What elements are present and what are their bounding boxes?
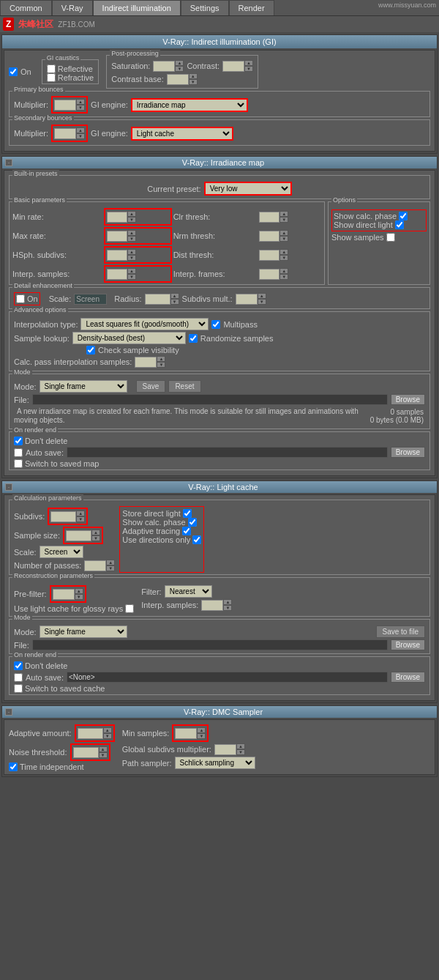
dmc-adaptive-amount-value[interactable]: 0.85 [78,728,103,739]
min-rate-spin[interactable]: ▲▼ [127,211,136,223]
lc-subdivs-spin[interactable]: ▲▼ [76,511,85,522]
randomize-checkbox[interactable] [189,334,198,343]
dmc-aa-spin[interactable]: ▲▼ [103,727,112,739]
dist-up[interactable]: ▲ [279,249,288,255]
dmc-ms-down[interactable]: ▼ [197,733,206,739]
lc-prefilter-value[interactable]: 10 [53,589,75,600]
dmc-path-sampler-dropdown[interactable]: Schlick sampling [175,757,255,769]
lc-adaptive-checkbox[interactable] [182,527,191,535]
saturation-value[interactable]: 1.0 [153,61,175,72]
interp-up[interactable]: ▲ [127,268,136,274]
dmc-noise-up[interactable]: ▲ [99,746,108,752]
calc-pass-up[interactable]: ▲ [157,356,165,362]
lc-collapse-btn[interactable]: - [5,483,12,491]
lc-subdivs-up[interactable]: ▲ [76,511,85,516]
hsph-subdivs-input[interactable]: 25 ▲▼ [104,246,172,264]
nrm-up[interactable]: ▲ [279,230,288,236]
min-rate-input[interactable]: -4 ▲▼ [104,208,172,226]
primary-multiplier-input[interactable]: 1.0 ▲▼ [51,96,88,114]
clr-up[interactable]: ▲ [279,211,288,217]
lc-save-to-file-btn[interactable]: Save to file [376,626,425,638]
irradiance-collapse-btn[interactable]: - [5,159,12,166]
show-samples-checkbox[interactable] [386,233,395,242]
lc-interp-value[interactable]: 10 [201,600,223,611]
calc-pass-spin[interactable]: ▲▼ [157,356,165,368]
nrm-spin[interactable]: ▲▼ [279,230,288,242]
calc-pass-input[interactable]: 15 ▲▼ [135,356,165,368]
lc-prefilter-spin[interactable]: ▲▼ [75,588,83,600]
saturation-down[interactable]: ▼ [175,66,184,72]
radius-input[interactable]: 60.0 ▲▼ [145,293,179,305]
secondary-mult-down[interactable]: ▼ [76,133,85,139]
contrast-base-value[interactable]: 0.5 [167,74,189,85]
irr-auto-save-input[interactable] [67,447,388,458]
interp-spin[interactable]: ▲▼ [127,268,136,280]
interp-frames-down[interactable]: ▼ [279,274,288,280]
max-rate-value[interactable]: -3 [107,231,127,242]
scale-value-input[interactable] [74,294,107,305]
lc-subdivs-input[interactable]: 200 ▲▼ [48,508,88,525]
interp-frames-value[interactable]: 2 [259,269,279,280]
lc-filter-dropdown[interactable]: Nearest [165,585,212,598]
contrast-spin[interactable]: ▲▼ [244,60,253,72]
lc-sample-size-input[interactable]: 0.02 ▲▼ [63,527,103,544]
irr-switch-checkbox[interactable] [14,459,23,468]
irr-auto-save-browse[interactable]: Browse [391,447,425,458]
hsph-spin[interactable]: ▲▼ [127,249,136,261]
radius-spin[interactable]: ▲▼ [170,293,179,305]
radius-down[interactable]: ▼ [170,299,179,305]
irr-file-path[interactable]: E:\09Work\Leslie L. Dan Pharmacy Buildin… [32,394,388,405]
lc-auto-save-checkbox[interactable] [14,673,23,682]
dmc-time-independent-checkbox[interactable] [9,762,18,771]
lc-subdivs-value[interactable]: 200 [50,511,76,522]
lc-switch-checkbox[interactable] [14,684,23,693]
interpolation-type-dropdown[interactable]: Least squares fit (good/smooth) [80,318,209,330]
lc-subdivs-down[interactable]: ▼ [76,516,85,522]
dist-down[interactable]: ▼ [279,255,288,261]
show-direct-light-checkbox[interactable] [395,220,404,229]
secondary-multiplier-spin[interactable]: ▲▼ [76,127,85,139]
lc-store-direct-checkbox[interactable] [183,509,192,518]
min-rate-up[interactable]: ▲ [127,211,136,217]
dmc-noise-spin[interactable]: ▲▼ [99,746,108,758]
lc-file-path[interactable]: E:\09Work\Leslie L. Dan Pharmacy Buildin… [32,639,388,650]
primary-mult-up[interactable]: ▲ [76,99,85,105]
max-rate-spin[interactable]: ▲▼ [127,230,136,242]
contrast-base-input[interactable]: 0.5 ▲▼ [167,73,198,85]
dmc-aa-up[interactable]: ▲ [103,727,112,733]
contrast-base-down[interactable]: ▼ [189,79,198,85]
dmc-gs-down[interactable]: ▼ [236,749,245,755]
lc-passes-down[interactable]: ▼ [106,565,115,571]
dmc-ms-spin[interactable]: ▲▼ [197,727,206,739]
secondary-mult-up[interactable]: ▲ [76,127,85,133]
lc-mode-dropdown[interactable]: Single frame [40,626,127,638]
primary-multiplier-value[interactable]: 1.0 [54,100,76,111]
contrast-up[interactable]: ▲ [244,60,253,66]
contrast-base-spin[interactable]: ▲▼ [189,73,198,85]
tab-common[interactable]: Common [0,0,52,15]
lc-directions-checkbox[interactable] [192,535,201,544]
contrast-down[interactable]: ▼ [244,66,253,72]
dist-thresh-input[interactable]: 0.1 ▲▼ [259,249,321,261]
interp-down[interactable]: ▼ [127,274,136,280]
lc-interp-input[interactable]: 10 ▲▼ [201,599,232,611]
lc-pf-up[interactable]: ▲ [75,588,83,594]
contrast-base-up[interactable]: ▲ [189,73,198,79]
lc-sample-size-value[interactable]: 0.02 [66,530,91,541]
subdivs-mult-value[interactable]: 0.3 [236,294,258,305]
irr-reset-btn[interactable]: Reset [168,380,200,393]
lc-show-calc-checkbox[interactable] [188,518,197,527]
calc-pass-down[interactable]: ▼ [157,362,165,368]
clr-thresh-input[interactable]: 0.4 ▲▼ [259,211,321,223]
gi-on-checkbox[interactable] [9,67,18,76]
lc-prefilter-input[interactable]: 10 ▲▼ [50,585,86,603]
irr-mode-dropdown[interactable]: Single frame [40,380,127,393]
dmc-min-samples-input[interactable]: 5 ▲▼ [172,724,209,742]
dmc-noise-value[interactable]: 0.01 [73,747,99,758]
dmc-gs-spin[interactable]: ▲▼ [236,743,245,755]
clr-down[interactable]: ▼ [279,217,288,223]
interp-samples-input[interactable]: 25 ▲▼ [104,265,172,283]
saturation-input[interactable]: 1.0 ▲▼ [153,60,184,72]
dist-spin[interactable]: ▲▼ [279,249,288,261]
dmc-noise-input[interactable]: 0.01 ▲▼ [70,743,110,761]
